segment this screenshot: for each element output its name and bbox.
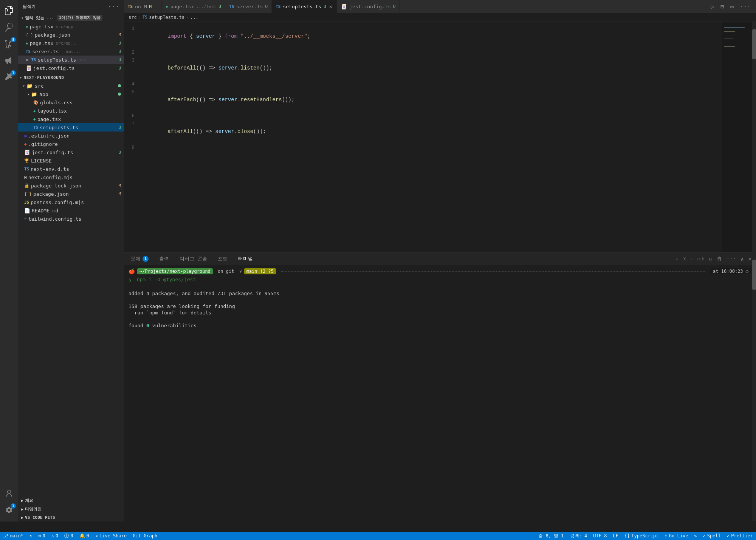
folder-app[interactable]: ▾ 📁 app [18,90,124,98]
editor-scrollbar[interactable] [752,22,756,252]
spell-text: Spell [707,533,721,538]
breadcrumb-file[interactable]: setupTests.ts [149,15,184,20]
open-file-page-tsx-test[interactable]: ◈ page.tsx src/ap... U [18,39,124,47]
file-setup-tests[interactable]: TS setupTests.ts U [18,123,124,132]
close-icon[interactable]: ✕ [26,57,29,63]
file-license[interactable]: 🏆 LICENSE [18,156,124,165]
terminal-content[interactable]: 🍎 ~/Projects/next-playground on git ⑂ ma… [124,265,756,521]
tab-jest-config[interactable]: 🃏 jest.config.ts U [337,0,400,13]
line-col-status[interactable]: 줄 8, 열 1 [535,532,567,540]
open-file-package-json[interactable]: { } package.json M [18,31,124,39]
file-readme[interactable]: 📄 README.md [18,206,124,215]
spell-status[interactable]: ✓ Spell [700,532,724,540]
warning-count: 0 [56,533,58,538]
breadcrumb-src[interactable]: src [129,15,137,20]
file-tailwind-config[interactable]: ~ tailwind.config.ts [18,215,124,223]
line-number: 6 [129,112,142,120]
explorer-nav-icon[interactable] [2,3,17,18]
file-package-lock[interactable]: 🔒 package-lock.json M [18,181,124,190]
split-pane-icon[interactable]: ⊟ [707,254,713,263]
file-package-json[interactable]: { } package.json M [18,190,124,198]
language-status[interactable]: {} TypeScript [621,532,662,540]
line-code [142,144,751,152]
file-eslintrc[interactable]: ● .eslintrc.json [18,132,124,140]
vscode-pets-section-toggle[interactable]: ▶ VS CODE PETS [18,514,124,521]
open-files-toggle[interactable]: ▾ 열려 있는 ... 1이(가) 저장되지 않음 [18,13,124,22]
folder-src[interactable]: ▾ 📁 src [18,82,124,90]
new-terminal-icon[interactable]: + [674,254,680,263]
tab-actions: ▷ ⊟ ▭ ··· [709,0,756,13]
panel-tab-ports[interactable]: 포트 [212,252,233,265]
source-control-nav-icon[interactable]: 8 [2,36,17,51]
live-share-status[interactable]: ↗ Live Share [92,532,130,540]
sync-status[interactable]: ↻ [26,532,35,540]
layout-icon[interactable]: ▭ [728,2,735,12]
tab-close-button[interactable]: ✕ [328,3,333,10]
search-nav-icon[interactable] [2,20,17,35]
ts-icon: TS [33,125,38,130]
maximize-panel-icon[interactable]: ∧ [739,254,745,263]
open-file-jest-config[interactable]: 🃏 jest.config.ts U [18,64,124,72]
open-file-page-tsx-app[interactable]: ◈ page.tsx src/app [18,22,124,31]
status-bar-left: ⎇ main* ↻ ⊗ 0 ⚠ 0 ⓘ 0 🔔 0 ↗ Live Share G… [0,532,160,540]
encoding-status[interactable]: UTF-8 [590,532,610,540]
indent-status[interactable]: 공백: 4 [567,532,590,540]
panel-scrollbar[interactable] [752,252,756,521]
tab-server-ts[interactable]: TS server.ts U [225,0,272,13]
timeline-section-toggle[interactable]: ▶ 타임라인 [18,505,124,514]
notifications-status[interactable]: 🔔 0 [76,532,92,540]
activity-bar-bottom: 1 [2,486,17,518]
warnings-status[interactable]: ⚠ 0 [48,532,61,540]
file-globals-css[interactable]: 🎨 globals.css [18,98,124,107]
errors-status[interactable]: ⊗ 0 [35,532,48,540]
split-editor-icon[interactable]: ⊟ [719,2,726,12]
open-file-setup-tests[interactable]: ✕ TS setupTests.ts src U [18,56,124,64]
untracked-badge: U [118,49,121,54]
sidebar-more-icon[interactable]: ··· [108,3,119,10]
breadcrumb-symbol[interactable]: ... [190,15,198,20]
tab-page-tsx[interactable]: ◈ page.tsx .../test U [162,0,225,13]
go-live-status[interactable]: ⚡ Go Live [662,532,691,540]
json-icon: { } [26,32,33,37]
css-icon: 🎨 [33,100,39,105]
git-graph-status[interactable]: Git Graph [130,532,160,540]
panel: 문제 1 출력 디버그 콘솔 포트 터미널 + ⌥ ⊞ zsh ⊟ 🗑 ··· … [124,252,756,521]
file-jest-config[interactable]: 🃏 jest.config.ts U [18,148,124,156]
accounts-nav-icon[interactable] [2,486,17,501]
tailwind-icon: ~ [24,217,27,221]
filename: setupTests.ts [40,125,78,130]
tab-setup-tests[interactable]: TS setupTests.ts U ✕ [272,0,337,13]
more-panel-icon[interactable]: ··· [725,254,737,263]
file-layout-tsx[interactable]: ◈ layout.tsx [18,107,124,115]
prettier-status[interactable]: ✓ Prettier [724,532,756,540]
project-toggle[interactable]: ▾ NEXT-PLAYGROUND [18,74,124,82]
lock-icon: 🔒 [24,183,29,188]
tab-on-m[interactable]: TS on M M [124,0,162,13]
go-live-icon: ⚡ [665,533,668,538]
panel-tab-problems[interactable]: 문제 1 [125,252,154,265]
settings-nav-icon[interactable]: 1 [2,503,17,518]
file-next-env[interactable]: TS next-env.d.ts [18,165,124,173]
panel-tab-terminal[interactable]: 터미널 [233,252,258,265]
panel-tab-debug-console[interactable]: 디버그 콘솔 [174,252,212,265]
run-icon[interactable]: ▷ [709,2,716,12]
panel-tab-output[interactable]: 출력 [154,252,174,265]
file-gitignore[interactable]: ◆ .gitignore [18,140,124,148]
extensions-nav-icon[interactable]: 1 [2,70,17,85]
info-status[interactable]: ⓘ 0 [61,532,76,540]
file-page-tsx[interactable]: ◈ page.tsx [18,115,124,123]
edit-status[interactable]: ✎ [691,532,700,540]
run-debug-nav-icon[interactable] [2,53,17,68]
git-branch-status[interactable]: ⎇ main* [0,532,26,540]
outline-section-toggle[interactable]: ▶ 개요 [18,496,124,505]
outline-label: 개요 [25,498,33,503]
more-icon[interactable]: ··· [738,2,752,12]
file-postcss[interactable]: JS postcss.config.mjs [18,198,124,206]
trash-icon[interactable]: 🗑 [715,254,723,263]
svg-rect-0 [724,27,745,28]
modified-dot [118,84,121,87]
eol-status[interactable]: LF [610,532,621,540]
split-terminal-icon[interactable]: ⌥ [682,254,688,263]
open-file-server-ts[interactable]: TS server.ts __moc... U [18,47,124,56]
file-next-config[interactable]: N next.config.mjs [18,173,124,181]
